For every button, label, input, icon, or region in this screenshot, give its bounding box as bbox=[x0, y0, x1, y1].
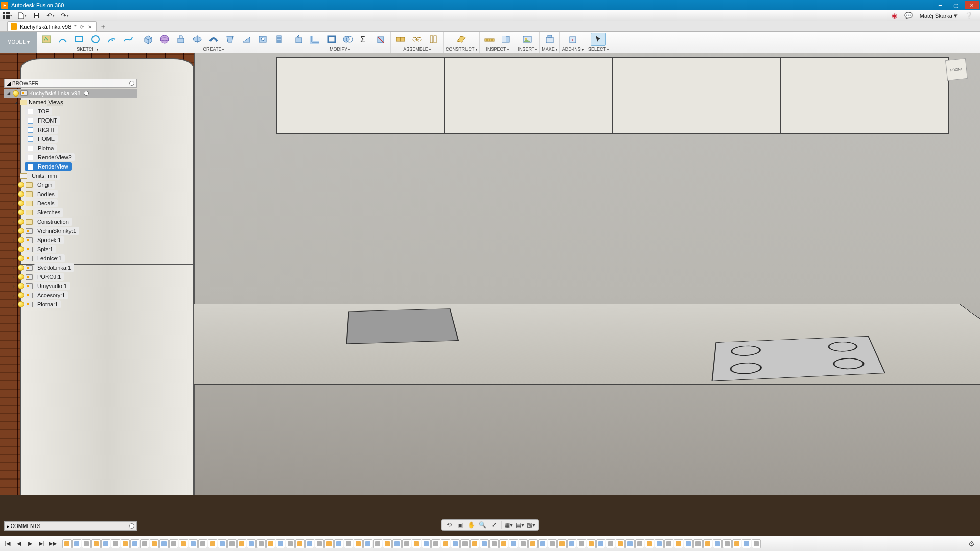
viewports-button[interactable]: ▧▾ bbox=[526, 520, 536, 530]
record-icon[interactable]: ◉ bbox=[892, 12, 897, 19]
timeline-feature[interactable] bbox=[664, 539, 673, 548]
timeline-feature[interactable] bbox=[625, 539, 635, 548]
revolve-icon[interactable] bbox=[190, 33, 205, 46]
joint-icon[interactable] bbox=[409, 33, 425, 46]
timeline-feature[interactable] bbox=[655, 539, 664, 548]
named-views-node[interactable]: ◢ Named Views bbox=[4, 98, 137, 107]
ribbon-label-sketch[interactable]: SKETCH▾ bbox=[77, 46, 98, 52]
timeline-feature[interactable] bbox=[742, 539, 751, 548]
timeline-feature[interactable] bbox=[227, 539, 237, 548]
timeline-feature[interactable] bbox=[354, 539, 363, 548]
timeline-feature[interactable] bbox=[538, 539, 547, 548]
timeline-feature[interactable] bbox=[402, 539, 411, 548]
timeline-play-button[interactable]: ▶ bbox=[26, 539, 35, 548]
job-status-icon[interactable]: 💬 bbox=[904, 12, 913, 19]
view-cube[interactable]: FRONT bbox=[943, 56, 971, 84]
timeline-feature[interactable] bbox=[295, 539, 305, 548]
timeline-feature[interactable] bbox=[451, 539, 460, 548]
undo-button[interactable]: ↶▾ bbox=[46, 11, 55, 20]
activate-component-icon[interactable] bbox=[84, 91, 89, 96]
browser-item[interactable]: ▹Spiz:1 bbox=[4, 245, 137, 254]
window-close-button[interactable]: ✕ bbox=[965, 1, 979, 9]
ribbon-label-select[interactable]: SELECT▾ bbox=[588, 46, 609, 52]
browser-item[interactable]: ▹Construction bbox=[4, 217, 137, 226]
timeline-feature[interactable] bbox=[111, 539, 120, 548]
timeline-feature[interactable] bbox=[567, 539, 576, 548]
timeline-feature[interactable] bbox=[412, 539, 421, 548]
pan-button[interactable]: ✋ bbox=[466, 520, 477, 530]
timeline-feature[interactable] bbox=[693, 539, 703, 548]
hole-icon[interactable] bbox=[255, 33, 270, 46]
named-view-item[interactable]: FRONT bbox=[4, 116, 137, 125]
named-view-item[interactable]: RenderView2 bbox=[4, 153, 137, 162]
timeline-feature[interactable] bbox=[587, 539, 596, 548]
timeline-feature[interactable] bbox=[130, 539, 139, 548]
browser-item[interactable]: ▹Origin bbox=[4, 180, 137, 189]
construct-plane-icon[interactable] bbox=[454, 33, 469, 46]
browser-panel-header[interactable]: ◢ BROWSER bbox=[4, 79, 137, 88]
timeline-feature[interactable] bbox=[72, 539, 81, 548]
help-button[interactable]: ❔ bbox=[965, 12, 973, 19]
timeline-features[interactable] bbox=[59, 539, 964, 548]
timeline-feature[interactable] bbox=[460, 539, 470, 548]
timeline-feature[interactable] bbox=[82, 539, 91, 548]
timeline-feature[interactable] bbox=[752, 539, 761, 548]
look-at-button[interactable]: ▣ bbox=[455, 520, 465, 530]
timeline-feature[interactable] bbox=[470, 539, 479, 548]
timeline-feature[interactable] bbox=[247, 539, 256, 548]
browser-root-node[interactable]: ◢ Kuchyňská linka v98 bbox=[4, 89, 137, 98]
named-view-item[interactable]: RIGHT bbox=[4, 125, 137, 134]
orbit-button[interactable]: ⟲ bbox=[444, 520, 454, 530]
timeline-feature[interactable] bbox=[674, 539, 683, 548]
window-minimize-button[interactable]: ━ bbox=[933, 1, 947, 9]
fillet-icon[interactable] bbox=[308, 33, 323, 46]
timeline-feature[interactable] bbox=[373, 539, 382, 548]
ribbon-label-modify[interactable]: MODIFY▾ bbox=[330, 46, 350, 52]
fit-button[interactable]: ⤢ bbox=[489, 520, 499, 530]
press-pull-icon[interactable] bbox=[291, 33, 307, 46]
timeline-feature[interactable] bbox=[606, 539, 615, 548]
timeline-feature[interactable] bbox=[344, 539, 353, 548]
timeline-feature[interactable] bbox=[218, 539, 227, 548]
browser-settings-icon[interactable] bbox=[129, 81, 134, 86]
timeline-feature[interactable] bbox=[528, 539, 538, 548]
sweep-icon[interactable] bbox=[206, 33, 221, 46]
ribbon-label-construct[interactable]: CONSTRUCT▾ bbox=[446, 46, 477, 52]
timeline-feature[interactable] bbox=[722, 539, 732, 548]
timeline-feature[interactable] bbox=[237, 539, 246, 548]
box-icon[interactable] bbox=[141, 33, 156, 46]
timeline-feature[interactable] bbox=[62, 539, 72, 548]
addins-icon[interactable]: + bbox=[565, 33, 580, 46]
timeline-feature[interactable] bbox=[121, 539, 130, 548]
ribbon-label-inspect[interactable]: INSPECT▾ bbox=[486, 46, 508, 52]
ribbon-label-make[interactable]: MAKE▾ bbox=[542, 46, 557, 52]
timeline-feature[interactable] bbox=[548, 539, 557, 548]
timeline-end-button[interactable]: ▶▶ bbox=[48, 539, 57, 548]
document-recover-icon[interactable]: ⟳ bbox=[80, 24, 84, 30]
document-tab-close-button[interactable]: ✕ bbox=[87, 24, 93, 30]
named-view-item[interactable]: HOME bbox=[4, 134, 137, 143]
browser-item[interactable]: ▹Accesory:1 bbox=[4, 291, 137, 300]
timeline-feature[interactable] bbox=[266, 539, 275, 548]
timeline-feature[interactable] bbox=[179, 539, 188, 548]
redo-button[interactable]: ↷▾ bbox=[60, 11, 69, 20]
select-icon[interactable] bbox=[591, 33, 606, 46]
parameters-icon[interactable]: Σ bbox=[357, 33, 372, 46]
new-component-icon[interactable] bbox=[393, 33, 408, 46]
timeline-feature[interactable] bbox=[91, 539, 101, 548]
browser-item[interactable]: ▹Lednice:1 bbox=[4, 254, 137, 263]
circle-icon[interactable] bbox=[88, 33, 103, 46]
timeline-start-button[interactable]: |◀ bbox=[3, 539, 12, 548]
timeline-feature[interactable] bbox=[703, 539, 712, 548]
browser-item[interactable]: ▹Sketches bbox=[4, 208, 137, 217]
rectangle-icon[interactable] bbox=[72, 33, 87, 46]
timeline-feature[interactable] bbox=[324, 539, 334, 548]
extrude-icon[interactable] bbox=[173, 33, 189, 46]
sphere-icon[interactable] bbox=[157, 33, 172, 46]
timeline-feature[interactable] bbox=[383, 539, 392, 548]
timeline-feature[interactable] bbox=[713, 539, 722, 548]
timeline-feature[interactable] bbox=[208, 539, 217, 548]
timeline-step-fwd-button[interactable]: ▶| bbox=[37, 539, 46, 548]
timeline-feature[interactable] bbox=[305, 539, 314, 548]
timeline-feature[interactable] bbox=[499, 539, 508, 548]
